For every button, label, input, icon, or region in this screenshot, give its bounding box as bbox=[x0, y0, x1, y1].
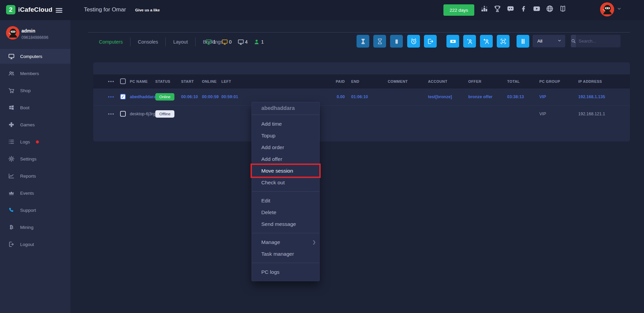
page-title: Testing for Omar bbox=[84, 6, 126, 13]
row-actions-menu[interactable]: ••• bbox=[108, 106, 115, 122]
trophy-icon[interactable] bbox=[493, 5, 501, 13]
windows-icon bbox=[8, 104, 15, 111]
row-checkbox[interactable] bbox=[120, 111, 126, 117]
user-menu[interactable] bbox=[600, 3, 622, 16]
menu-item-add-order[interactable]: Add order bbox=[252, 141, 319, 153]
counter-value: 1 bbox=[213, 39, 216, 45]
monitor-icon bbox=[205, 39, 212, 45]
search-input[interactable] bbox=[576, 35, 621, 47]
chart-icon bbox=[8, 173, 15, 179]
column-pc-name[interactable]: PC NAME bbox=[130, 74, 148, 88]
globe-icon[interactable] bbox=[546, 5, 554, 13]
hamburger-menu-icon[interactable] bbox=[55, 6, 63, 16]
list-icon bbox=[8, 138, 15, 145]
column-ip[interactable]: IP ADDRESS bbox=[578, 74, 602, 88]
ip-address-cell: 192.168.1.135 bbox=[578, 88, 605, 105]
logout-icon bbox=[8, 241, 15, 248]
column-total[interactable]: TOTAL bbox=[507, 74, 520, 88]
brand-name: iCafeCloud bbox=[18, 6, 52, 13]
divider bbox=[88, 32, 630, 33]
tab-layout[interactable]: Layout bbox=[166, 39, 195, 45]
give-us-a-like-link[interactable]: Give us a like bbox=[135, 8, 160, 12]
menu-item-add-time[interactable]: Add time bbox=[252, 118, 319, 130]
menu-item-task-manager[interactable]: Task manager bbox=[252, 248, 319, 260]
menu-item-delete[interactable]: Delete bbox=[252, 206, 319, 218]
sidebar-item-members[interactable]: Members bbox=[0, 66, 70, 81]
sidebar-item-logs[interactable]: Logs bbox=[0, 134, 70, 149]
topup-button[interactable] bbox=[446, 35, 459, 48]
tab-consoles[interactable]: Consoles bbox=[130, 39, 165, 45]
add-guest-button[interactable] bbox=[463, 35, 476, 48]
battery-button[interactable] bbox=[390, 35, 403, 48]
facebook-icon[interactable] bbox=[520, 5, 528, 13]
menu-item-topup[interactable]: Topup bbox=[252, 130, 319, 141]
sidebar-item-boot[interactable]: Boot bbox=[0, 100, 70, 115]
timer-button[interactable] bbox=[407, 35, 420, 48]
column-start[interactable]: START bbox=[181, 74, 194, 88]
sign-out-icon bbox=[427, 38, 434, 45]
menu-item-edit[interactable]: Edit bbox=[252, 195, 319, 206]
days-remaining-button[interactable]: 222 days bbox=[443, 4, 474, 16]
monitor-icon bbox=[8, 53, 15, 60]
avatar bbox=[6, 26, 19, 40]
counter-value: 0 bbox=[229, 39, 232, 45]
app-screen: 2 iCafeCloud Testing for Omar Give us a … bbox=[0, 0, 644, 313]
filter-select[interactable]: All bbox=[533, 35, 565, 47]
account-cell: test[bronze] bbox=[428, 88, 452, 105]
menu-item-check-out[interactable]: Check out bbox=[252, 177, 319, 188]
column-paid[interactable]: PAID bbox=[321, 74, 345, 88]
book-icon[interactable] bbox=[559, 5, 567, 13]
sidebar-item-label: Members bbox=[20, 71, 39, 76]
select-all-checkbox[interactable] bbox=[120, 78, 126, 84]
sidebar-item-reports[interactable]: Reports bbox=[0, 169, 70, 183]
monitor-icon bbox=[221, 39, 228, 45]
menu-item-pc-logs[interactable]: PC logs bbox=[252, 266, 319, 278]
menu-item-manage[interactable]: Manage❯ bbox=[252, 236, 319, 248]
sidebar-menu: ComputersMembersShopBootGamesLogsSetting… bbox=[0, 49, 70, 252]
sidebar-item-events[interactable]: Events bbox=[0, 186, 70, 200]
hourglass-icon bbox=[376, 38, 383, 45]
sidebar-item-label: Games bbox=[20, 122, 35, 127]
menu-item-move-session[interactable]: Move session bbox=[252, 165, 319, 177]
screenshot-button[interactable] bbox=[497, 35, 509, 48]
check-out-button[interactable] bbox=[424, 35, 437, 48]
sidebar-item-logout[interactable]: Logout bbox=[0, 237, 70, 252]
chevron-down-icon bbox=[557, 38, 562, 44]
add-member-button[interactable] bbox=[480, 35, 493, 48]
pc-name-cell[interactable]: desktop-6j3rg… bbox=[130, 106, 159, 122]
menu-item-add-offer[interactable]: Add offer bbox=[252, 153, 319, 165]
pc-name-cell[interactable]: abedhaddara bbox=[130, 88, 156, 105]
column-online[interactable]: ONLINE bbox=[202, 74, 217, 88]
column-left[interactable]: LEFT bbox=[221, 74, 231, 88]
youtube-icon[interactable] bbox=[533, 5, 541, 13]
phone-icon bbox=[8, 207, 15, 213]
sidebar-item-shop[interactable]: Shop bbox=[0, 83, 70, 98]
sidebar-item-label: Boot bbox=[20, 105, 30, 110]
column-comment[interactable]: COMMENT bbox=[388, 74, 408, 88]
sidebar-item-settings[interactable]: Settings bbox=[0, 151, 70, 166]
context-menu: abedhaddara Add timeTopupAdd orderAdd of… bbox=[252, 102, 320, 281]
column-offer[interactable]: OFFER bbox=[468, 74, 481, 88]
column-account[interactable]: ACCOUNT bbox=[428, 74, 447, 88]
left-cell: 00:59:01 bbox=[221, 88, 238, 105]
sidebar-item-support[interactable]: Support bbox=[0, 203, 70, 217]
column-pc-group[interactable]: PC GROUP bbox=[539, 74, 560, 88]
row-checkbox[interactable]: ✓ bbox=[120, 94, 126, 100]
pause-button[interactable] bbox=[517, 35, 529, 48]
tab-computers[interactable]: Computers bbox=[92, 39, 130, 45]
sidebar-item-mining[interactable]: ₿Mining bbox=[0, 220, 70, 235]
add-time-button[interactable] bbox=[357, 35, 369, 48]
set-time-button[interactable] bbox=[373, 35, 386, 48]
podium-icon[interactable] bbox=[480, 5, 488, 13]
row-actions-menu[interactable]: ••• bbox=[108, 88, 115, 105]
people-icon bbox=[8, 70, 15, 77]
sidebar-item-label: Logout bbox=[20, 242, 34, 247]
sidebar-item-computers[interactable]: Computers bbox=[0, 49, 70, 64]
sidebar-item-games[interactable]: Games bbox=[0, 117, 70, 132]
monitor-counter: 1 bbox=[205, 39, 216, 45]
menu-item-send-message[interactable]: Send message bbox=[252, 218, 319, 230]
column-status[interactable]: STATUS bbox=[155, 74, 170, 88]
column-end[interactable]: END bbox=[351, 74, 359, 88]
topbar: 2 iCafeCloud Testing for Omar Give us a … bbox=[0, 0, 644, 20]
discord-icon[interactable] bbox=[506, 5, 515, 13]
